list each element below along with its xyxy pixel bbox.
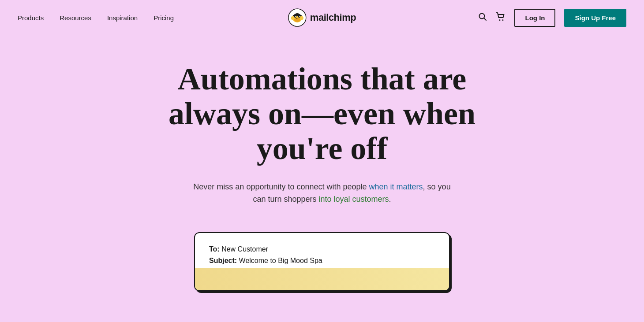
svg-point-8 bbox=[301, 16, 303, 20]
email-subject-field: Subject: Welcome to Big Mood Spa bbox=[209, 257, 435, 265]
mailchimp-logo-icon bbox=[288, 8, 307, 27]
brand-name: mailchimp bbox=[310, 12, 356, 23]
nav-item-resources[interactable]: Resources bbox=[60, 14, 91, 22]
cart-icon[interactable] bbox=[496, 12, 505, 23]
search-icon[interactable] bbox=[478, 12, 487, 23]
hero-section: Automations that are always on—even when… bbox=[0, 35, 644, 309]
nav-item-pricing[interactable]: Pricing bbox=[154, 14, 174, 22]
nav-right: Log In Sign Up Free bbox=[478, 9, 626, 27]
nav-item-products[interactable]: Products bbox=[18, 14, 44, 22]
svg-point-10 bbox=[296, 18, 297, 19]
svg-point-15 bbox=[499, 19, 501, 21]
login-button[interactable]: Log In bbox=[514, 9, 555, 27]
email-to-field: To: New Customer bbox=[209, 245, 435, 253]
email-subject-label: Subject: bbox=[209, 257, 237, 264]
svg-line-14 bbox=[484, 18, 486, 20]
email-preview-card: To: New Customer Subject: Welcome to Big… bbox=[194, 232, 450, 291]
subtitle-highlight-when: when it matters bbox=[369, 182, 423, 191]
hero-subtitle: Never miss an opportunity to connect wit… bbox=[190, 181, 454, 206]
svg-point-16 bbox=[502, 19, 504, 21]
email-to-label: To: bbox=[209, 245, 220, 253]
nav-item-inspiration[interactable]: Inspiration bbox=[107, 14, 138, 22]
hero-title: Automations that are always on—even when… bbox=[150, 62, 494, 167]
svg-point-7 bbox=[291, 16, 294, 20]
logo[interactable]: mailchimp bbox=[288, 8, 356, 27]
navbar: Products Resources Inspiration Pricing bbox=[0, 0, 644, 35]
svg-point-11 bbox=[298, 18, 298, 19]
email-preview-container: To: New Customer Subject: Welcome to Big… bbox=[9, 232, 635, 291]
nav-left: Products Resources Inspiration Pricing bbox=[18, 14, 174, 22]
svg-rect-12 bbox=[293, 15, 302, 16]
subtitle-highlight-into: into loyal customers bbox=[319, 195, 389, 204]
signup-button[interactable]: Sign Up Free bbox=[564, 9, 626, 27]
email-body-preview bbox=[195, 268, 449, 290]
